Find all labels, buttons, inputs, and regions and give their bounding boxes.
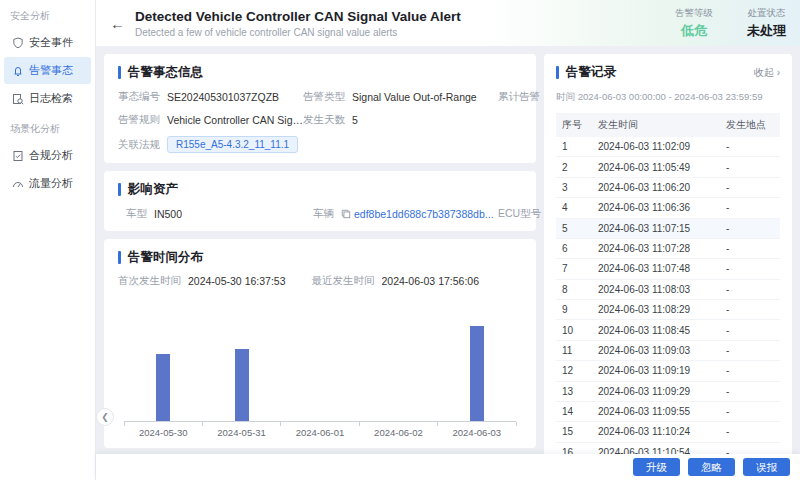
record-row[interactable]: 52024-06-03 11:07:15- (556, 218, 780, 238)
chart-bar-slot (124, 302, 202, 421)
vehicle-model: IN500 (154, 208, 182, 220)
record-row[interactable]: 152024-06-03 11:10:24- (556, 422, 780, 442)
record-row[interactable]: 122024-06-03 11:09:19- (556, 361, 780, 381)
record-row[interactable]: 22024-06-03 11:05:49- (556, 157, 780, 177)
vin-label: 车辆 (313, 207, 334, 221)
severity-block: 告警等级 低危 (675, 7, 713, 40)
record-no: 2 (556, 157, 592, 177)
record-row[interactable]: 132024-06-03 11:09:29- (556, 381, 780, 401)
accent-bar (118, 251, 121, 264)
panel-event-info: 告警事态信息 事态编号 SE202405301037ZQZB 告警类型 Sign… (104, 54, 536, 163)
record-row[interactable]: 102024-06-03 11:08:45- (556, 320, 780, 340)
record-time: 2024-06-03 11:08:03 (592, 279, 720, 299)
sidebar-item-alert-events[interactable]: 告警事态 (4, 57, 91, 84)
record-location: - (720, 238, 780, 258)
records-table: 序号 发生时间 发生地点 12024-06-03 11:02:09-22024-… (556, 113, 780, 463)
ignore-button[interactable]: 忽略 (688, 458, 735, 477)
record-time: 2024-06-03 11:09:19 (592, 361, 720, 381)
chart-x-tick-label: 2024-06-02 (359, 427, 437, 438)
record-row[interactable]: 62024-06-03 11:07:28- (556, 238, 780, 258)
back-arrow-icon[interactable]: ← (110, 16, 125, 31)
panel-records-title: 告警记录 (566, 64, 616, 81)
record-time: 2024-06-03 11:05:49 (592, 157, 720, 177)
model-label: 车型 (126, 207, 147, 221)
panel-assets-title: 影响资产 (128, 181, 178, 198)
page-title: Detected Vehicle Controller CAN Signal V… (135, 9, 641, 24)
record-no: 5 (556, 218, 592, 238)
chart-bar (470, 326, 484, 421)
last-time-label: 最近发生时间 (312, 274, 375, 288)
accent-bar (118, 66, 121, 79)
record-row[interactable]: 32024-06-03 11:06:20- (556, 177, 780, 197)
record-time: 2024-06-03 11:07:48 (592, 259, 720, 279)
chart-bar-slot (438, 302, 516, 421)
alert-rule: Vehicle Controller CAN Signal ... (167, 114, 303, 126)
severity-label: 告警等级 (675, 7, 713, 20)
record-location: - (720, 279, 780, 299)
chart-bar (156, 354, 170, 421)
record-row[interactable]: 72024-06-03 11:07:48- (556, 259, 780, 279)
record-location: - (720, 157, 780, 177)
record-location: - (720, 422, 780, 442)
record-location: - (720, 218, 780, 238)
records-time-range: 时间 2024-06-03 00:00:00 - 2024-06-03 23:5… (556, 91, 780, 104)
sidebar-item-traffic-analysis[interactable]: 流量分析 (4, 170, 91, 197)
escalate-button[interactable]: 升级 (633, 458, 680, 477)
chart-bar-slot (202, 302, 280, 421)
record-no: 10 (556, 320, 592, 340)
record-location: - (720, 137, 780, 157)
record-time: 2024-06-03 11:10:24 (592, 422, 720, 442)
record-time: 2024-06-03 11:07:28 (592, 238, 720, 258)
record-no: 1 (556, 137, 592, 157)
record-time: 2024-06-03 11:02:09 (592, 137, 720, 157)
col-header-no: 序号 (556, 113, 592, 137)
record-time: 2024-06-03 11:08:45 (592, 320, 720, 340)
record-no: 7 (556, 259, 592, 279)
compliance-icon (12, 150, 24, 162)
sidebar-item-label: 安全事件 (29, 35, 73, 50)
record-time: 2024-06-03 11:09:03 (592, 340, 720, 360)
record-row[interactable]: 112024-06-03 11:09:03- (556, 340, 780, 360)
ecu-label: ECU型号 (498, 207, 541, 221)
sidebar-section-label: 安全分析 (0, 0, 95, 28)
sidebar-collapse-toggle[interactable]: ❮ (96, 408, 114, 426)
false-positive-button[interactable]: 误报 (743, 458, 790, 477)
record-location: - (720, 198, 780, 218)
record-row[interactable]: 82024-06-03 11:08:03- (556, 279, 780, 299)
field-label: 告警规则 (118, 113, 160, 127)
copy-icon[interactable] (341, 209, 351, 219)
sidebar-item-label: 合规分析 (29, 148, 73, 163)
sidebar-item-security-events[interactable]: 安全事件 (4, 29, 91, 56)
col-header-time: 发生时间 (592, 113, 720, 137)
record-row[interactable]: 142024-06-03 11:09:55- (556, 401, 780, 421)
record-no: 14 (556, 401, 592, 421)
alert-type: Signal Value Out-of-Range (352, 91, 477, 103)
col-header-location: 发生地点 (720, 113, 780, 137)
sidebar-item-label: 告警事态 (29, 63, 73, 78)
record-location: - (720, 340, 780, 360)
sidebar-item-compliance-analysis[interactable]: 合规分析 (4, 142, 91, 169)
record-row[interactable]: 92024-06-03 11:08:29- (556, 300, 780, 320)
panel-event-info-title: 告警事态信息 (128, 64, 203, 81)
record-row[interactable]: 42024-06-03 11:06:36- (556, 198, 780, 218)
field-label: 发生天数 (303, 113, 345, 127)
status-block: 处置状态 未处理 (747, 7, 786, 40)
sidebar-item-log-search[interactable]: 日志检索 (4, 85, 91, 112)
record-no: 6 (556, 238, 592, 258)
accent-bar (118, 183, 121, 196)
right-column: 告警记录 收起 › 时间 2024-06-03 00:00:00 - 2024-… (544, 54, 792, 472)
content-area: 告警事态信息 事态编号 SE202405301037ZQZB 告警类型 Sign… (96, 46, 800, 480)
vehicle-id-link[interactable]: edf8be1dd688c7b387388db... (354, 208, 494, 220)
regulation-tag[interactable]: R155e_A5-4.3.2_11_11.1 (167, 136, 298, 153)
first-time-label: 首次发生时间 (118, 274, 181, 288)
sidebar-sections: 安全分析安全事件告警事态日志检索场景化分析合规分析流量分析 (0, 0, 95, 197)
field-label: 告警类型 (303, 90, 345, 104)
record-time: 2024-06-03 11:09:55 (592, 401, 720, 421)
record-time: 2024-06-03 11:08:29 (592, 300, 720, 320)
last-time-value: 2024-06-03 17:56:06 (382, 275, 480, 287)
page-subtitle: Detected a few of vehicle controller CAN… (135, 27, 641, 38)
record-no: 3 (556, 177, 592, 197)
collapse-records-link[interactable]: 收起 › (754, 66, 780, 80)
record-row[interactable]: 12024-06-03 11:02:09- (556, 137, 780, 157)
sidebar-section-label: 场景化分析 (0, 113, 95, 141)
